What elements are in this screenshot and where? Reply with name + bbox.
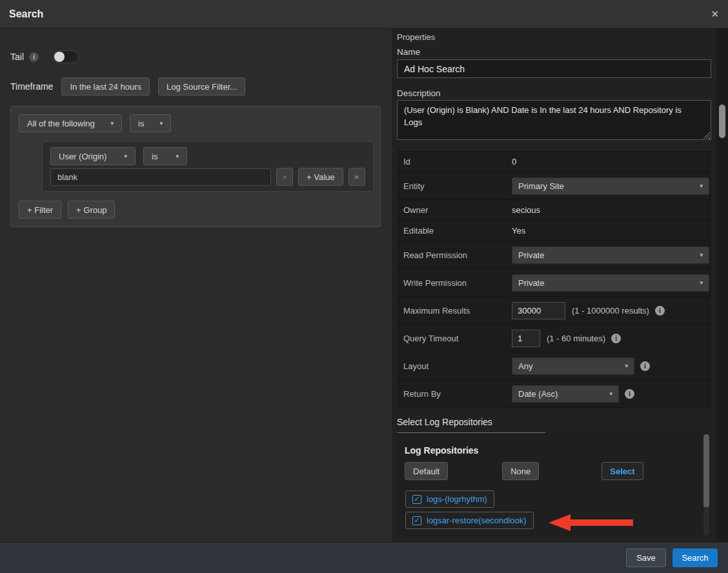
info-icon: i — [640, 361, 650, 371]
resize-grip-icon[interactable] — [703, 132, 710, 139]
field-dropdown[interactable]: User (Origin) ▾ — [50, 147, 136, 165]
entity-select[interactable]: Primary Site ▾ — [512, 177, 709, 195]
checked-checkbox-icon[interactable]: ✓ — [412, 495, 421, 504]
group-operator-label: All of the following — [27, 119, 95, 128]
add-group-button[interactable]: + Group — [68, 201, 115, 219]
repo-item-logsar-restore-secondlook[interactable]: ✓ logsar-restore(secondlook) — [405, 512, 534, 529]
select-log-repositories-label: Select Log Repositories — [397, 417, 711, 427]
chevron-down-icon: ▾ — [609, 391, 612, 397]
save-button[interactable]: Save — [626, 548, 666, 567]
properties-table: Id 0 Entity Primary Site ▾ Owner secious… — [397, 151, 711, 408]
property-label: Maximum Results — [403, 306, 512, 316]
query-timeout-hint: (1 - 60 minutes) — [547, 334, 605, 343]
table-row-layout: Layout Any ▾ i — [397, 352, 711, 380]
property-label: Query Timeout — [403, 334, 512, 343]
property-label: Entity — [403, 181, 512, 191]
group-condition-dropdown[interactable]: is ▾ — [130, 114, 171, 132]
property-label: Write Permission — [403, 278, 512, 288]
remove-value-button[interactable]: × — [276, 168, 293, 186]
property-label: Id — [403, 157, 512, 166]
chevron-down-icon: ▾ — [700, 280, 703, 286]
chevron-down-icon: ▾ — [625, 363, 628, 369]
default-button[interactable]: Default — [405, 462, 448, 480]
tail-info-icon: i — [29, 52, 39, 62]
maximum-results-input[interactable] — [512, 302, 565, 319]
toggle-knob — [54, 52, 65, 62]
name-input[interactable] — [397, 59, 711, 78]
property-label: Read Permission — [403, 250, 512, 260]
none-button[interactable]: None — [502, 462, 539, 480]
log-repositories-box: Log Repositories Default None Select ✓ l… — [397, 432, 711, 538]
property-label: Editable — [403, 226, 512, 236]
tail-label: Tail — [10, 52, 24, 62]
repo-scrollbar-track[interactable] — [703, 434, 709, 536]
log-repositories-heading: Log Repositories — [397, 432, 711, 456]
read-permission-select[interactable]: Private ▾ — [512, 246, 709, 264]
table-row-read-permission: Read Permission Private ▾ — [397, 241, 711, 269]
dialog-title: Search — [9, 8, 43, 20]
description-label: Description — [397, 88, 711, 98]
query-timeout-input[interactable] — [512, 330, 540, 347]
property-value: 0 — [512, 157, 516, 166]
add-filter-button[interactable]: + Filter — [19, 201, 61, 219]
log-repositories-actions: Default None Select — [405, 462, 711, 480]
layout-select[interactable]: Any ▾ — [512, 357, 634, 375]
search-button[interactable]: Search — [672, 548, 718, 567]
chevron-down-icon: ▾ — [110, 121, 114, 126]
field-label: User (Origin) — [59, 152, 106, 161]
name-label: Name — [397, 47, 711, 57]
dialog-titlebar: Search ✕ — [0, 0, 728, 28]
query-builder-panel: Tail i Timeframe In the last 24 hours Lo… — [0, 28, 392, 542]
group-operator-row: All of the following ▾ is ▾ — [19, 114, 372, 132]
field-condition-dropdown[interactable]: is ▾ — [143, 147, 187, 165]
dialog-footer: Save Search — [0, 542, 728, 573]
dialog-scrollbar-thumb[interactable] — [719, 105, 725, 138]
maximum-results-hint: (1 - 1000000 results) — [572, 306, 649, 316]
table-row-entity: Entity Primary Site ▾ — [397, 172, 711, 200]
description-textarea[interactable]: (User (Origin) is Blank) AND Date is In … — [397, 100, 711, 140]
property-value: Yes — [512, 226, 525, 236]
group-operator-dropdown[interactable]: All of the following ▾ — [19, 114, 122, 132]
group-condition-label: is — [138, 119, 144, 128]
read-permission-value: Private — [518, 250, 544, 260]
search-dialog: Search ✕ Tail i Timeframe In the last 24… — [0, 0, 728, 573]
timeframe-button[interactable]: In the last 24 hours — [61, 77, 150, 96]
repo-item-logs-logrhythm[interactable]: ✓ logs-(logrhythm) — [405, 490, 494, 508]
repo-scrollbar-thumb[interactable] — [703, 434, 709, 507]
property-value: secious — [512, 205, 540, 215]
tail-row: Tail i — [10, 50, 381, 63]
select-button[interactable]: Select — [602, 462, 643, 480]
entity-select-value: Primary Site — [518, 181, 564, 191]
dialog-scrollbar-track[interactable] — [716, 28, 728, 542]
info-icon: i — [611, 334, 621, 343]
table-row-editable: Editable Yes — [397, 221, 711, 241]
write-permission-select[interactable]: Private ▾ — [512, 274, 709, 292]
filter-value-input[interactable] — [50, 168, 271, 186]
filter-group-actions: + Filter + Group — [19, 201, 372, 219]
chevron-down-icon: ▾ — [700, 252, 703, 258]
chevron-down-icon: ▾ — [124, 154, 127, 159]
property-label: Layout — [403, 361, 512, 371]
add-value-button[interactable]: + Value — [298, 168, 343, 186]
close-icon[interactable]: ✕ — [711, 9, 719, 19]
return-by-select-value: Date (Asc) — [518, 389, 558, 399]
repo-box-topline — [397, 432, 545, 433]
checked-checkbox-icon[interactable]: ✓ — [412, 516, 421, 525]
properties-heading: Properties — [397, 32, 711, 42]
info-icon: i — [625, 389, 634, 399]
chevron-down-icon: ▾ — [159, 121, 163, 126]
filter-group: All of the following ▾ is ▾ User (Origin… — [10, 106, 381, 227]
field-condition-label: is — [152, 152, 157, 161]
filter-value-row: × + Value × — [50, 168, 365, 186]
property-label: Return By — [403, 389, 512, 399]
description-text: (User (Origin) is Blank) AND Date is In … — [404, 105, 682, 127]
log-source-filter-button[interactable]: Log Source Filter... — [158, 77, 245, 96]
property-label: Owner — [403, 205, 512, 215]
table-row-return-by: Return By Date (Asc) ▾ i — [397, 380, 711, 408]
write-permission-value: Private — [518, 278, 544, 288]
table-row-id: Id 0 — [397, 152, 711, 172]
remove-filter-button[interactable]: × — [349, 168, 365, 186]
return-by-select[interactable]: Date (Asc) ▾ — [512, 385, 619, 403]
tail-toggle[interactable] — [53, 50, 79, 63]
repo-item-label: logs-(logrhythm) — [427, 494, 487, 504]
